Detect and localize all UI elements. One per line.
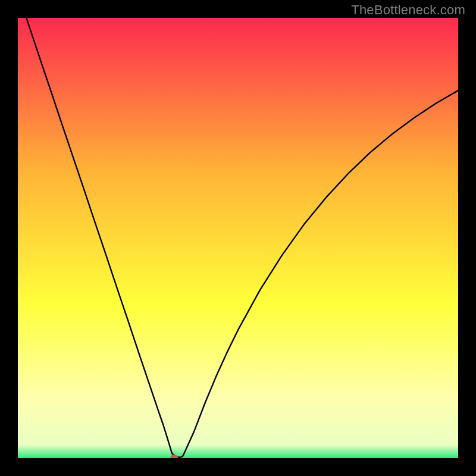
chart-frame: TheBottleneck.com (0, 0, 476, 476)
chart-overlay (18, 18, 458, 458)
plot-area (18, 18, 458, 458)
watermark: TheBottleneck.com (351, 2, 465, 18)
curve-line (18, 18, 458, 458)
curve-minimum-marker (170, 455, 178, 458)
